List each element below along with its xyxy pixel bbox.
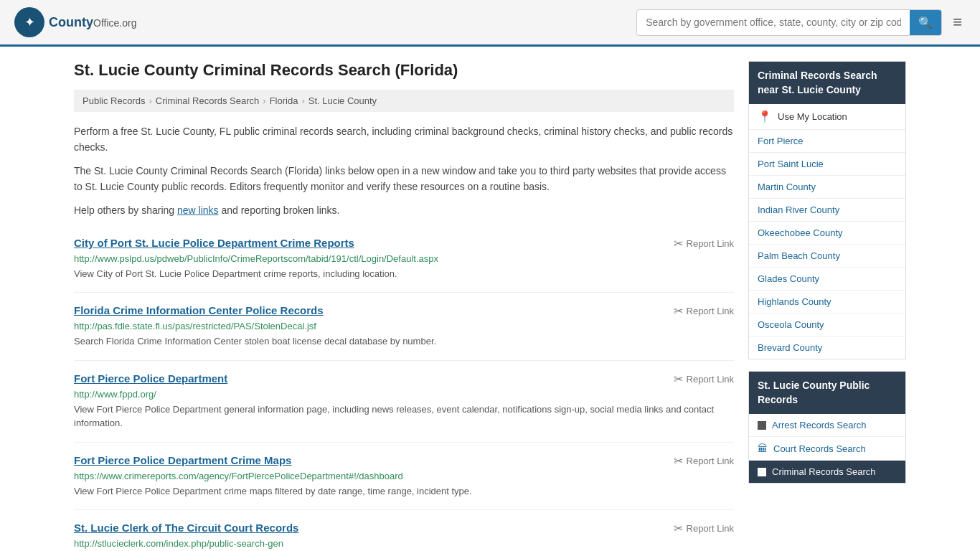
report-link-icon: ✂ xyxy=(674,522,683,535)
nearby-item-8[interactable]: Highlands County xyxy=(749,291,905,314)
public-records-box: St. Lucie County Public Records Arrest R… xyxy=(748,371,906,484)
description-1: Perform a free St. Lucie County, FL publ… xyxy=(74,123,734,156)
report-link-label: Report Link xyxy=(687,306,734,316)
nearby-item-label: Highlands County xyxy=(758,296,831,307)
nearby-item-6[interactable]: Palm Beach County xyxy=(749,245,905,268)
result-title-row: Florida Crime Information Center Police … xyxy=(74,304,734,318)
building-icon: 🏛 xyxy=(758,443,768,454)
public-records-header: St. Lucie County Public Records xyxy=(749,372,905,414)
nearby-box: Criminal Records Search near St. Lucie C… xyxy=(748,61,906,359)
nearby-item-label: Fort Pierce xyxy=(758,136,804,146)
description-2: The St. Lucie County Criminal Records Se… xyxy=(74,163,734,195)
description-3: Help others by sharing new links and rep… xyxy=(74,202,734,218)
public-records-item-2[interactable]: Criminal Records Search xyxy=(749,461,905,483)
nearby-item-10[interactable]: Brevard County xyxy=(749,336,905,359)
report-link[interactable]: ✂ Report Link xyxy=(674,237,734,250)
result-title[interactable]: St. Lucie Clerk of The Circuit Court Rec… xyxy=(74,522,298,534)
nearby-item-3[interactable]: Martin County xyxy=(749,176,905,199)
nearby-item-2[interactable]: Port Saint Lucie xyxy=(749,153,905,176)
result-title[interactable]: Florida Crime Information Center Police … xyxy=(74,304,324,316)
nearby-header: Criminal Records Search near St. Lucie C… xyxy=(749,62,905,104)
result-title-row: Fort Pierce Police Department ✂ Report L… xyxy=(74,372,734,386)
logo-text: CountyOffice.org xyxy=(49,15,136,30)
nearby-item-label: Indian River County xyxy=(758,204,839,215)
public-records-items: Arrest Records Search🏛Court Records Sear… xyxy=(749,414,905,483)
breadcrumb-criminal-records[interactable]: Criminal Records Search xyxy=(156,95,260,106)
result-url[interactable]: http://www.pslpd.us/pdweb/PublicInfo/Cri… xyxy=(74,253,734,264)
public-records-item-label: Arrest Records Search xyxy=(772,420,867,430)
nearby-item-label: Brevard County xyxy=(758,342,822,353)
result-item-0: City of Port St. Lucie Police Department… xyxy=(74,225,734,293)
content-area: St. Lucie County Criminal Records Search… xyxy=(74,61,734,551)
report-link-icon: ✂ xyxy=(674,237,683,250)
nearby-item-1[interactable]: Fort Pierce xyxy=(749,130,905,153)
nearby-item-5[interactable]: Okeechobee County xyxy=(749,222,905,245)
result-item-4: St. Lucie Clerk of The Circuit Court Rec… xyxy=(74,510,734,551)
report-link[interactable]: ✂ Report Link xyxy=(674,372,734,386)
report-link[interactable]: ✂ Report Link xyxy=(674,454,734,468)
search-button[interactable]: 🔍 xyxy=(910,10,941,35)
result-title-row: Fort Pierce Police Department Crime Maps… xyxy=(74,454,734,468)
header-right: 🔍 ≡ xyxy=(636,9,966,36)
result-desc: View Fort Pierce Police Department crime… xyxy=(74,484,734,499)
result-title[interactable]: Fort Pierce Police Department Crime Maps xyxy=(74,454,291,466)
result-url[interactable]: http://pas.fdle.state.fl.us/pas/restrict… xyxy=(74,321,734,331)
new-links-link[interactable]: new links xyxy=(177,204,219,216)
result-title[interactable]: City of Port St. Lucie Police Department… xyxy=(74,237,354,249)
result-title[interactable]: Fort Pierce Police Department xyxy=(74,372,227,385)
report-link-icon: ✂ xyxy=(674,304,683,318)
nearby-item-label: Okeechobee County xyxy=(758,227,843,238)
nearby-item-4[interactable]: Indian River County xyxy=(749,199,905,222)
result-title-row: City of Port St. Lucie Police Department… xyxy=(74,237,734,250)
result-title-row: St. Lucie Clerk of The Circuit Court Rec… xyxy=(74,522,734,535)
public-records-item-1[interactable]: 🏛Court Records Search xyxy=(749,437,905,461)
nearby-item-7[interactable]: Glades County xyxy=(749,268,905,291)
report-link-label: Report Link xyxy=(687,374,734,385)
sidebar: Criminal Records Search near St. Lucie C… xyxy=(748,61,906,551)
nearby-item-label: Port Saint Lucie xyxy=(758,159,824,169)
result-url[interactable]: https://www.crimereports.com/agency/Fort… xyxy=(74,471,734,481)
square-icon xyxy=(758,468,766,476)
result-url[interactable]: http://stlucieclerk.com/index.php/public… xyxy=(74,538,734,549)
report-link[interactable]: ✂ Report Link xyxy=(674,522,734,535)
results-container: City of Port St. Lucie Police Department… xyxy=(74,225,734,551)
result-item-2: Fort Pierce Police Department ✂ Report L… xyxy=(74,361,734,443)
nearby-item-label: Martin County xyxy=(758,182,816,192)
search-bar: 🔍 xyxy=(636,9,942,36)
report-link[interactable]: ✂ Report Link xyxy=(674,304,734,318)
page-title: St. Lucie County Criminal Records Search… xyxy=(74,61,734,80)
result-desc: View Fort Pierce Police Department gener… xyxy=(74,402,734,430)
header: ✦ CountyOffice.org 🔍 ≡ xyxy=(0,0,980,47)
breadcrumb-florida[interactable]: Florida xyxy=(270,95,298,106)
report-link-label: Report Link xyxy=(687,456,734,466)
nearby-item-9[interactable]: Osceola County xyxy=(749,314,905,336)
report-link-label: Report Link xyxy=(687,238,734,249)
public-records-item-label: Criminal Records Search xyxy=(772,466,876,477)
main-container: St. Lucie County Criminal Records Search… xyxy=(60,47,920,551)
nearby-item-label: Use My Location xyxy=(778,111,847,122)
nearby-item-label: Palm Beach County xyxy=(758,250,840,261)
logo-area: ✦ CountyOffice.org xyxy=(14,7,136,37)
breadcrumb-current: St. Lucie County xyxy=(308,95,377,106)
result-item-3: Fort Pierce Police Department Crime Maps… xyxy=(74,443,734,511)
report-link-label: Report Link xyxy=(687,523,734,534)
public-records-item-0[interactable]: Arrest Records Search xyxy=(749,414,905,437)
nearby-item-0[interactable]: 📍Use My Location xyxy=(749,104,905,130)
square-icon xyxy=(758,421,766,430)
menu-icon[interactable]: ≡ xyxy=(949,9,966,35)
nearby-item-label: Glades County xyxy=(758,273,819,284)
report-link-icon: ✂ xyxy=(674,372,683,386)
location-dot-icon: 📍 xyxy=(758,110,772,123)
report-link-icon: ✂ xyxy=(674,454,683,468)
public-records-item-label: Court Records Search xyxy=(773,443,866,454)
nearby-items: 📍Use My LocationFort PiercePort Saint Lu… xyxy=(749,104,905,359)
nearby-item-label: Osceola County xyxy=(758,319,824,330)
result-item-1: Florida Crime Information Center Police … xyxy=(74,293,734,361)
logo-icon: ✦ xyxy=(14,7,44,37)
result-url[interactable]: http://www.fppd.org/ xyxy=(74,389,734,400)
breadcrumb-public-records[interactable]: Public Records xyxy=(83,95,145,106)
search-input[interactable] xyxy=(637,11,910,34)
result-desc: Search Florida Crime Information Center … xyxy=(74,334,734,349)
result-desc: View City of Port St. Lucie Police Depar… xyxy=(74,267,734,281)
breadcrumb: Public Records › Criminal Records Search… xyxy=(74,90,734,112)
